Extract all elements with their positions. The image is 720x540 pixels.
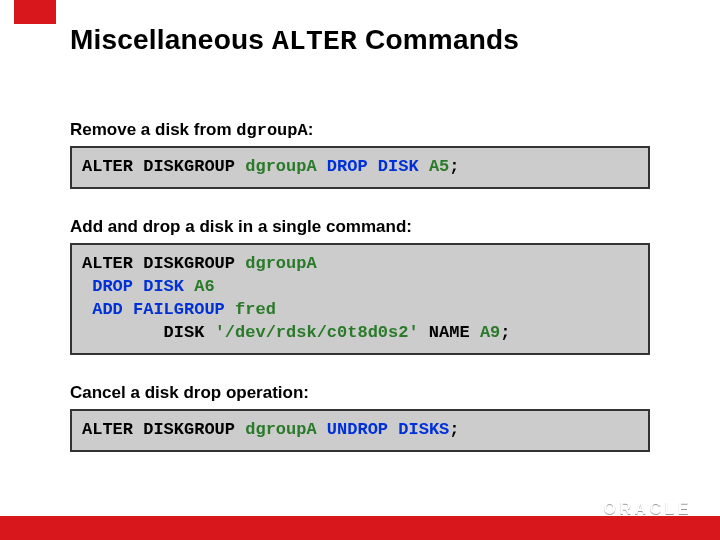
content-area: Remove a disk from dgroupA:ALTER DISKGRO… bbox=[70, 120, 650, 452]
section-caption: Remove a disk from dgroupA: bbox=[70, 120, 650, 140]
sql-identifier: fred bbox=[235, 300, 276, 319]
section-caption: Cancel a disk drop operation: bbox=[70, 383, 650, 403]
caption-text: : bbox=[308, 120, 314, 139]
sql-text: ALTER DISKGROUP bbox=[82, 420, 245, 439]
sql-identifier: A6 bbox=[194, 277, 214, 296]
caption-text: Add and drop a disk in a single command: bbox=[70, 217, 412, 236]
sql-text bbox=[225, 300, 235, 319]
sql-text: ; bbox=[449, 420, 459, 439]
code-block: ALTER DISKGROUP dgroupA DROP DISK A6 ADD… bbox=[70, 243, 650, 355]
title-mono: ALTER bbox=[272, 26, 357, 57]
sql-identifier: dgroupA bbox=[245, 420, 316, 439]
sql-text bbox=[184, 277, 194, 296]
caption-text: Remove a disk from bbox=[70, 120, 236, 139]
slide-title: Miscellaneous ALTER Commands bbox=[70, 24, 519, 57]
sql-text: NAME bbox=[419, 323, 480, 342]
code-block: ALTER DISKGROUP dgroupA UNDROP DISKS; bbox=[70, 409, 650, 452]
code-block: ALTER DISKGROUP dgroupA DROP DISK A5; bbox=[70, 146, 650, 189]
oracle-logo: ORACLE bbox=[597, 498, 698, 520]
sql-identifier: dgroupA bbox=[245, 157, 316, 176]
sql-text bbox=[317, 157, 327, 176]
sql-text: ; bbox=[500, 323, 510, 342]
caption-mono: dgroupA bbox=[236, 121, 307, 140]
sql-identifier: '/dev/rdsk/c0t8d0s2' bbox=[215, 323, 419, 342]
sql-keyword: DROP DISK bbox=[92, 277, 184, 296]
caption-text: Cancel a disk drop operation: bbox=[70, 383, 309, 402]
sql-text bbox=[419, 157, 429, 176]
sql-text bbox=[317, 420, 327, 439]
sql-identifier: A9 bbox=[480, 323, 500, 342]
title-pre: Miscellaneous bbox=[70, 24, 272, 55]
sql-keyword: ADD FAILGROUP bbox=[92, 300, 225, 319]
sql-keyword: UNDROP DISKS bbox=[327, 420, 449, 439]
sql-keyword: DROP DISK bbox=[327, 157, 419, 176]
sql-text bbox=[82, 300, 92, 319]
sql-identifier: A5 bbox=[429, 157, 449, 176]
sql-text: DISK bbox=[82, 323, 215, 342]
sql-text bbox=[82, 277, 92, 296]
sql-text: ALTER DISKGROUP bbox=[82, 157, 245, 176]
sql-text: ALTER DISKGROUP bbox=[82, 254, 245, 273]
sql-identifier: dgroupA bbox=[245, 254, 316, 273]
section-caption: Add and drop a disk in a single command: bbox=[70, 217, 650, 237]
header-accent-block bbox=[14, 0, 56, 24]
sql-text: ; bbox=[449, 157, 459, 176]
title-post: Commands bbox=[357, 24, 519, 55]
